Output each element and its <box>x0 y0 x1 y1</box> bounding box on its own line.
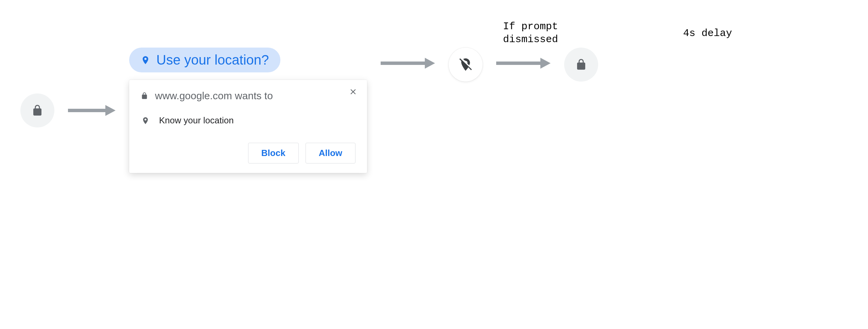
caption-delay: 4s delay <box>683 27 732 40</box>
arrow-icon <box>496 56 551 70</box>
dialog-title-text: www.google.com wants to <box>155 90 273 102</box>
svg-marker-5 <box>540 58 551 69</box>
location-off-icon <box>458 56 473 73</box>
location-chip-label: Use your location? <box>156 52 269 68</box>
dialog-button-row: Block Allow <box>141 143 355 163</box>
dialog-permission-row: Know your location <box>141 115 355 126</box>
state-lock-initial <box>20 93 54 127</box>
close-icon <box>349 87 358 96</box>
arrow-icon <box>381 56 435 70</box>
caption-dismissed: If prompt dismissed <box>503 20 558 46</box>
flow-diagram: Use your location? www.google.com wants … <box>20 48 598 173</box>
state-prompt: Use your location? www.google.com wants … <box>129 48 367 173</box>
dialog-permission-text: Know your location <box>159 115 234 126</box>
location-pin-icon <box>141 116 150 126</box>
location-chip[interactable]: Use your location? <box>129 48 280 72</box>
allow-button[interactable]: Allow <box>306 143 355 163</box>
dialog-close-button[interactable] <box>349 87 358 98</box>
location-pin-icon <box>141 54 150 66</box>
arrow-icon <box>68 104 116 117</box>
state-location-blocked <box>449 48 483 82</box>
state-lock-final <box>564 48 598 82</box>
lock-icon <box>141 91 148 101</box>
svg-marker-1 <box>105 105 116 116</box>
svg-marker-3 <box>425 58 435 69</box>
lock-icon <box>31 103 44 118</box>
dialog-title-row: www.google.com wants to <box>141 90 355 102</box>
permission-dialog: www.google.com wants to Know your locati… <box>129 80 367 173</box>
block-button[interactable]: Block <box>248 143 299 163</box>
lock-icon <box>575 57 587 72</box>
